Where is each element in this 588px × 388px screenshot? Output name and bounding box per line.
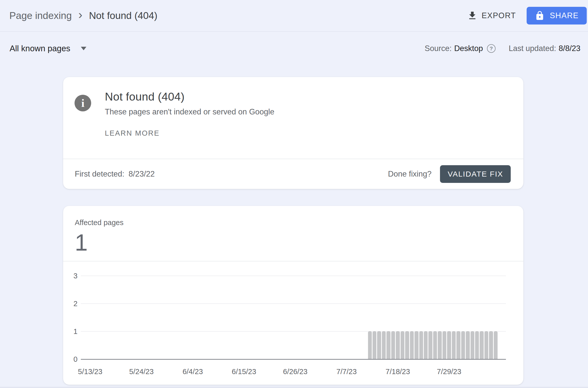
affected-pages-count: 1 bbox=[75, 230, 523, 255]
chart-x-tick-label: 6/26/23 bbox=[283, 368, 308, 376]
affected-pages-chart: 01235/13/235/24/236/4/236/15/236/26/237/… bbox=[63, 261, 523, 384]
chart-bar[interactable] bbox=[368, 331, 372, 359]
chart-gridline bbox=[81, 303, 506, 304]
lock-icon bbox=[535, 11, 545, 21]
chart-y-tick-label: 0 bbox=[63, 355, 78, 363]
chart-bar[interactable] bbox=[480, 331, 484, 359]
export-button[interactable]: EXPORT bbox=[466, 10, 518, 21]
chart-x-tick-label: 7/7/23 bbox=[336, 368, 357, 376]
header-actions: EXPORT SHARE bbox=[466, 7, 587, 25]
last-updated-value: 8/8/23 bbox=[559, 44, 580, 53]
chart-bar[interactable] bbox=[466, 331, 470, 359]
page-root: Page indexing › Not found (404) EXPORT S… bbox=[0, 0, 588, 388]
download-icon bbox=[467, 10, 478, 21]
page-filter-value: All known pages bbox=[10, 44, 70, 53]
chart-bar[interactable] bbox=[414, 331, 419, 359]
chart-bar[interactable] bbox=[396, 331, 400, 359]
chart-x-tick-label: 5/13/23 bbox=[78, 368, 103, 376]
share-button[interactable]: SHARE bbox=[527, 7, 587, 25]
chart-bar[interactable] bbox=[443, 331, 447, 359]
issue-title: Not found (404) bbox=[105, 90, 508, 103]
chart-bar[interactable] bbox=[484, 331, 488, 359]
header-bar: Page indexing › Not found (404) EXPORT S… bbox=[0, 0, 588, 32]
export-label: EXPORT bbox=[482, 11, 516, 20]
help-icon[interactable]: ? bbox=[487, 44, 496, 53]
done-fixing-label: Done fixing? bbox=[388, 169, 431, 179]
first-detected-value: 8/23/22 bbox=[129, 169, 155, 178]
chart-bar[interactable] bbox=[410, 331, 414, 359]
affected-pages-label: Affected pages bbox=[75, 219, 523, 227]
chart-bar[interactable] bbox=[424, 331, 428, 359]
chart-bar[interactable] bbox=[428, 331, 432, 359]
affected-pages-card: Affected pages 1 01235/13/235/24/236/4/2… bbox=[63, 206, 523, 385]
chart-axis-baseline bbox=[81, 359, 506, 360]
chart-y-tick-label: 2 bbox=[63, 300, 78, 308]
last-updated-label: Last updated: bbox=[509, 44, 556, 53]
chart-x-tick-label: 7/29/23 bbox=[437, 368, 461, 376]
chart-bar[interactable] bbox=[456, 331, 460, 359]
chart-bar[interactable] bbox=[433, 331, 437, 359]
validate-fix-button[interactable]: VALIDATE FIX bbox=[440, 165, 511, 183]
page-title: Not found (404) bbox=[89, 10, 157, 21]
chart-bar[interactable] bbox=[447, 331, 451, 359]
chart-bar[interactable] bbox=[471, 331, 475, 359]
chart-y-tick-label: 3 bbox=[63, 272, 78, 280]
share-label: SHARE bbox=[550, 11, 579, 20]
first-detected-label: First detected: bbox=[75, 169, 124, 178]
affected-pages-metric: Affected pages 1 bbox=[63, 206, 523, 261]
chart-bar[interactable] bbox=[382, 331, 386, 359]
chart-gridline bbox=[81, 331, 506, 332]
first-detected: First detected: 8/23/22 bbox=[75, 169, 155, 179]
bottom-edge-strip bbox=[0, 387, 588, 388]
breadcrumb-chevron-icon: › bbox=[78, 15, 82, 17]
issue-summary-bottom: First detected: 8/23/22 Done fixing? VAL… bbox=[63, 159, 523, 189]
fix-group: Done fixing? VALIDATE FIX bbox=[388, 165, 511, 183]
chart-x-tick-label: 6/15/23 bbox=[232, 368, 256, 376]
chart-bar[interactable] bbox=[405, 331, 409, 359]
chart-gridline bbox=[81, 276, 506, 276]
source-label: Source: bbox=[425, 44, 452, 53]
chart-bar[interactable] bbox=[401, 331, 405, 359]
chevron-down-icon bbox=[81, 47, 86, 50]
breadcrumb: Page indexing › Not found (404) bbox=[9, 10, 157, 21]
breadcrumb-page-indexing[interactable]: Page indexing bbox=[9, 10, 72, 21]
info-icon: i bbox=[75, 95, 91, 111]
issue-summary-card: i Not found (404) These pages aren't ind… bbox=[63, 77, 523, 189]
filter-row: All known pages Source: Desktop ? Last u… bbox=[0, 32, 588, 65]
chart-y-tick-label: 1 bbox=[63, 327, 78, 335]
chart-bar[interactable] bbox=[438, 331, 442, 359]
page-filter-dropdown[interactable]: All known pages bbox=[10, 44, 86, 53]
chart-bar[interactable] bbox=[489, 331, 493, 359]
source-value: Desktop bbox=[454, 44, 483, 53]
issue-description: These pages aren't indexed or served on … bbox=[105, 107, 508, 116]
learn-more-link[interactable]: LEARN MORE bbox=[105, 129, 160, 137]
chart-bar[interactable] bbox=[386, 331, 390, 359]
chart-x-tick-label: 7/18/23 bbox=[386, 368, 410, 376]
chart-bar[interactable] bbox=[373, 331, 377, 359]
chart-bar[interactable] bbox=[475, 331, 479, 359]
chart-bar[interactable] bbox=[452, 331, 456, 359]
chart-x-tick-label: 6/4/23 bbox=[183, 368, 203, 376]
chart-x-tick-label: 5/24/23 bbox=[129, 368, 154, 376]
chart-bar[interactable] bbox=[494, 331, 498, 359]
chart-bar[interactable] bbox=[377, 331, 381, 359]
issue-summary-top: i Not found (404) These pages aren't ind… bbox=[63, 77, 523, 159]
chart-bar[interactable] bbox=[391, 331, 395, 359]
chart-bar[interactable] bbox=[461, 331, 465, 359]
source-meta: Source: Desktop ? Last updated: 8/8/23 bbox=[425, 44, 580, 53]
chart-bar[interactable] bbox=[419, 331, 423, 359]
